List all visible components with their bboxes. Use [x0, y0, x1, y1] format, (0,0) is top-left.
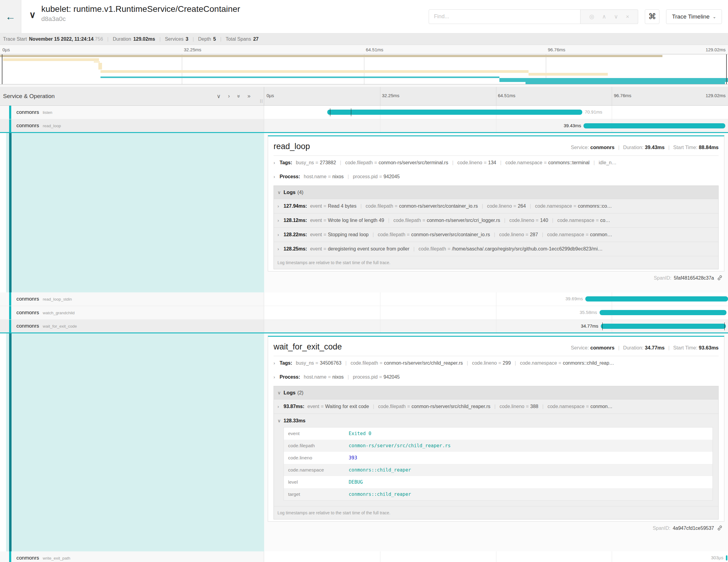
chevron-right-icon[interactable]: ›	[277, 246, 284, 251]
tag-key: code.namespace	[547, 404, 584, 409]
span-row[interactable]: conmonrsread_loop39.43ms	[0, 119, 728, 133]
log-entry[interactable]: ∨128.33mseventExited 0code.filepathconmo…	[274, 414, 718, 506]
chevron-right-icon[interactable]: ›	[274, 160, 280, 165]
logs-header[interactable]: ∨Logs (4)	[274, 186, 718, 199]
info-label: Trace Start	[3, 36, 27, 42]
find-input[interactable]	[429, 9, 580, 24]
keyboard-shortcuts-button[interactable]: ⌘	[645, 9, 659, 24]
collapse-all-icon[interactable]: »	[235, 94, 242, 97]
tag-key: code.lineno	[458, 160, 482, 165]
span-duration-bar[interactable]	[583, 123, 725, 128]
tag-value: conmon-rs/server/src/child_reaper.rs	[384, 360, 463, 366]
service-name: conmonrs	[16, 555, 39, 561]
chevron-down-icon[interactable]: ∨	[277, 390, 284, 396]
info-value: 5	[213, 36, 216, 42]
span-duration-bar[interactable]	[600, 310, 727, 315]
chevron-right-icon[interactable]: ›	[274, 174, 280, 179]
separator: |	[159, 36, 161, 42]
span-name-cell[interactable]: conmonrswrite_exit_path	[0, 551, 264, 562]
tag-value: 942045	[383, 174, 400, 179]
log-entry[interactable]: ›128.22ms:event=Stopping read loop|code.…	[274, 227, 718, 242]
span-row[interactable]: conmonrswait_for_exit_code34.77ms	[0, 320, 728, 333]
separator: |	[348, 174, 349, 179]
log-entry[interactable]: ›93.87ms:event=Waiting for exit code|cod…	[274, 399, 718, 414]
process-row[interactable]: ›Process:host.name=nixos|process.pid=942…	[274, 370, 719, 384]
tag-key: code.filepath	[378, 404, 406, 409]
minimap-tick-labels: 0µs32.25ms64.51ms96.76ms129.02ms	[0, 45, 728, 54]
minimap-drag-handle-left[interactable]	[2, 54, 2, 84]
chevron-right-icon[interactable]: ›	[277, 218, 284, 223]
log-entry[interactable]: ›127.94ms:event=Read 4 bytes|code.filepa…	[274, 199, 718, 213]
span-duration-label: 35.58ms	[580, 310, 597, 315]
tag-key: code.namespace	[505, 160, 543, 165]
chevron-right-icon[interactable]: ›	[277, 232, 284, 237]
link-icon[interactable]	[717, 525, 723, 532]
tag-chip: idle_n…	[599, 160, 617, 165]
separator: |	[504, 218, 505, 223]
locate-icon[interactable]: ◎	[589, 13, 594, 20]
tag-key: event	[310, 218, 322, 223]
chevron-right-icon[interactable]: ›	[277, 404, 284, 409]
tag-value: conmon-rs/server/src/container_io.rs	[411, 232, 490, 237]
link-icon[interactable]	[717, 275, 723, 282]
minimap-drag-handle-right[interactable]	[726, 54, 727, 84]
span-row[interactable]: conmonrslisten70.91ms	[0, 106, 728, 119]
span-name-cell[interactable]: conmonrsread_loop_stdin	[0, 292, 264, 306]
chevron-right-icon[interactable]: ›	[277, 203, 284, 209]
span-name-cell[interactable]: conmonrslisten	[0, 106, 264, 119]
span-color-accent	[9, 306, 11, 319]
log-marker-tick	[602, 322, 603, 330]
span-bar-cell[interactable]: 70.91ms	[264, 106, 728, 119]
log-entry[interactable]: ›128.25ms:event=deregistering event sour…	[274, 242, 718, 256]
prev-match-icon[interactable]: ∧	[602, 13, 606, 20]
trace-view-selector[interactable]: Trace Timeline ⌄	[666, 9, 722, 24]
log-entry-line: ›128.12ms:event=Wrote log line of length…	[277, 218, 715, 223]
span-bar-cell[interactable]: 303µs	[264, 551, 728, 562]
chevron-down-icon: ⌄	[713, 14, 716, 19]
minimap-canvas[interactable]	[0, 54, 728, 84]
span-table-header: Service & Operation ∨ › » » || 0µs32.25m…	[0, 87, 728, 106]
chevron-right-icon[interactable]: ›	[274, 374, 280, 380]
span-detail-left-gutter	[0, 333, 264, 551]
tags-row[interactable]: ›Tags:busy_ns=34506763|code.filepath=con…	[274, 356, 719, 370]
chevron-down-icon[interactable]: ∨	[277, 418, 284, 424]
back-button[interactable]: ←	[0, 0, 21, 33]
span-row[interactable]: conmonrswatch_grandchild35.58ms	[0, 306, 728, 320]
span-color-accent	[9, 320, 11, 332]
tick-label: 32.25ms	[382, 93, 400, 98]
expand-all-icon[interactable]: »	[247, 93, 250, 100]
span-name-cell[interactable]: conmonrswatch_grandchild	[0, 306, 264, 319]
collapse-one-icon[interactable]: ∨	[217, 93, 221, 100]
span-bar-cell[interactable]: 34.77ms	[264, 320, 728, 332]
span-row[interactable]: conmonrsread_loop_stdin39.69ms	[0, 292, 728, 306]
expand-one-icon[interactable]: ›	[228, 93, 230, 100]
minimap-span	[94, 61, 100, 63]
chevron-down-icon[interactable]: ∨	[29, 10, 36, 19]
service-name: conmonrs	[16, 109, 39, 115]
chevron-right-icon[interactable]: ›	[274, 360, 280, 366]
tags-row[interactable]: ›Tags:busy_ns=273882|code.filepath=conmo…	[274, 156, 719, 170]
span-detail-panel-wrap: read_loopService: conmonrs|Duration: 39.…	[264, 133, 728, 292]
column-resize-grip[interactable]: ||	[260, 98, 263, 103]
span-row[interactable]: conmonrswrite_exit_path303µs	[0, 551, 728, 562]
chevron-down-icon[interactable]: ∨	[277, 190, 284, 195]
span-duration-bar[interactable]	[327, 110, 582, 115]
log-entry[interactable]: ›128.12ms:event=Wrote log line of length…	[274, 213, 718, 227]
span-duration-bar[interactable]	[726, 555, 727, 560]
tag-chip: code.lineno=287	[499, 232, 538, 237]
span-bar-cell[interactable]: 39.43ms	[264, 119, 728, 132]
clear-search-icon[interactable]: ×	[626, 13, 629, 20]
process-row[interactable]: ›Process:host.name=nixos|process.pid=942…	[274, 170, 719, 184]
span-bar-cell[interactable]: 39.69ms	[264, 292, 728, 306]
tag-value: Stopping read loop	[328, 232, 369, 237]
span-duration-bar[interactable]	[585, 296, 728, 301]
span-bar-cell[interactable]: 35.58ms	[264, 306, 728, 319]
span-duration-bar[interactable]	[601, 324, 726, 329]
span-detail-band: read_loopService: conmonrs|Duration: 39.…	[0, 133, 728, 292]
span-name-cell[interactable]: conmonrswait_for_exit_code	[0, 320, 264, 332]
next-match-icon[interactable]: ∨	[614, 13, 618, 20]
field-value: conmonrs::child_reaper	[345, 488, 713, 501]
logs-header[interactable]: ∨Logs (2)	[274, 386, 718, 399]
separator: |	[552, 218, 553, 223]
span-name-cell[interactable]: conmonrsread_loop	[0, 119, 264, 132]
